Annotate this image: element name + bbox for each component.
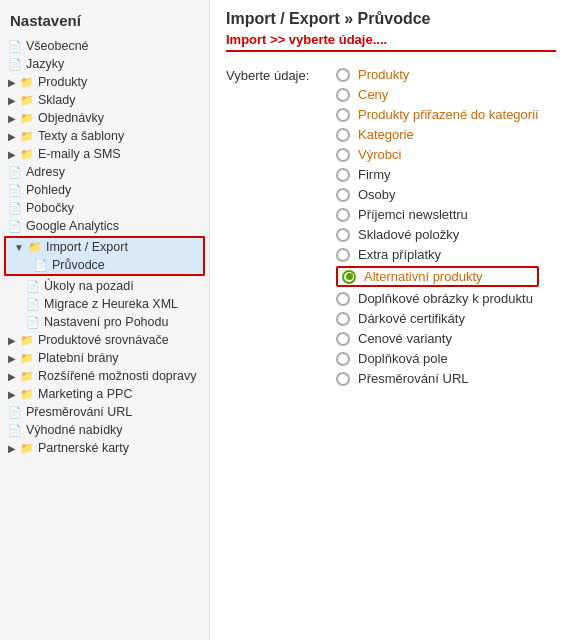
- sidebar-item-vseobecne[interactable]: 📄Všeobecné: [0, 37, 209, 55]
- sidebar-item-rozsirene-moznosti[interactable]: ▶📁Rozšířené možnosti dopravy: [0, 367, 209, 385]
- radio-circle: [336, 128, 350, 142]
- radio-circle: [336, 148, 350, 162]
- sidebar-item-objednavky[interactable]: ▶📁Objednávky: [0, 109, 209, 127]
- sidebar-item-presmerovani[interactable]: 📄Přesměrování URL: [0, 403, 209, 421]
- sidebar-item-pobocky[interactable]: 📄Pobočky: [0, 199, 209, 217]
- folder-icon: 📁: [20, 76, 34, 89]
- sidebar-item-ukoly[interactable]: 📄Úkoly na pozadí: [0, 277, 209, 295]
- sidebar-item-label: E-maily a SMS: [38, 147, 121, 161]
- page-icon: 📄: [8, 424, 22, 437]
- folder-icon: 📁: [20, 370, 34, 383]
- sidebar-item-label: Pohledy: [26, 183, 71, 197]
- sidebar-item-google-analytics[interactable]: 📄Google Analytics: [0, 217, 209, 235]
- expand-arrow-icon: ▶: [8, 335, 16, 346]
- radio-label: Přesměrování URL: [358, 371, 469, 386]
- radio-item-produkty[interactable]: Produkty: [336, 66, 539, 83]
- sidebar-item-vyhodne-nabidky[interactable]: 📄Výhodné nabídky: [0, 421, 209, 439]
- radio-item-vyrobci[interactable]: Výrobci: [336, 146, 539, 163]
- expand-arrow-icon: ▶: [8, 443, 16, 454]
- folder-icon: 📁: [20, 388, 34, 401]
- radio-label: Příjemci newslettru: [358, 207, 468, 222]
- sidebar-item-pohledy[interactable]: 📄Pohledy: [0, 181, 209, 199]
- sidebar-item-adresy[interactable]: 📄Adresy: [0, 163, 209, 181]
- radio-item-doplnkove-obrazky[interactable]: Doplňkové obrázky k produktu: [336, 290, 539, 307]
- radio-item-ceny[interactable]: Ceny: [336, 86, 539, 103]
- radio-item-osoby[interactable]: Osoby: [336, 186, 539, 203]
- radio-item-darkove-certifikaty[interactable]: Dárkové certifikáty: [336, 310, 539, 327]
- sidebar-item-label: Jazyky: [26, 57, 64, 71]
- sidebar-item-label: Výhodné nabídky: [26, 423, 123, 437]
- sidebar-item-import-export[interactable]: ▼📁Import / Export: [6, 238, 203, 256]
- sidebar-item-marketing-ppc[interactable]: ▶📁Marketing a PPC: [0, 385, 209, 403]
- radio-circle: [342, 270, 356, 284]
- sidebar-item-sklady[interactable]: ▶📁Sklady: [0, 91, 209, 109]
- page-icon: 📄: [8, 406, 22, 419]
- expand-arrow-icon: ▶: [8, 95, 16, 106]
- sidebar-item-jazyky[interactable]: 📄Jazyky: [0, 55, 209, 73]
- sidebar-item-produkty[interactable]: ▶📁Produkty: [0, 73, 209, 91]
- radio-label: Cenové varianty: [358, 331, 452, 346]
- radio-item-firmy[interactable]: Firmy: [336, 166, 539, 183]
- radio-item-presmerovani-url[interactable]: Přesměrování URL: [336, 370, 539, 387]
- radio-circle: [336, 372, 350, 386]
- radio-circle: [336, 68, 350, 82]
- sidebar-item-label: Úkoly na pozadí: [44, 279, 134, 293]
- radio-item-produkty-kategorie[interactable]: Produkty přiřazené do kategorií: [336, 106, 539, 123]
- sidebar-item-migrace[interactable]: 📄Migrace z Heureka XML: [0, 295, 209, 313]
- radio-label: Skladové položky: [358, 227, 459, 242]
- radio-label: Extra příplatky: [358, 247, 441, 262]
- radio-circle: [336, 248, 350, 262]
- sidebar-item-partnerske-karty[interactable]: ▶📁Partnerské karty: [0, 439, 209, 457]
- radio-circle: [336, 88, 350, 102]
- page-icon: 📄: [34, 259, 48, 272]
- radio-label: Kategorie: [358, 127, 414, 142]
- radio-circle: [336, 188, 350, 202]
- expand-arrow-icon: ▶: [8, 131, 16, 142]
- sidebar-item-label: Google Analytics: [26, 219, 119, 233]
- radio-circle: [336, 332, 350, 346]
- sidebar-item-label: Import / Export: [46, 240, 128, 254]
- sidebar-item-label: Partnerské karty: [38, 441, 129, 455]
- page-icon: 📄: [8, 58, 22, 71]
- sidebar-item-pruvodce[interactable]: 📄Průvodce: [6, 256, 203, 274]
- folder-icon: 📁: [20, 334, 34, 347]
- sidebar-item-label: Přesměrování URL: [26, 405, 132, 419]
- expand-arrow-icon: ▶: [8, 77, 16, 88]
- radio-item-doplnkova-pole[interactable]: Doplňková pole: [336, 350, 539, 367]
- radio-circle: [336, 312, 350, 326]
- radio-item-prijemci[interactable]: Příjemci newslettru: [336, 206, 539, 223]
- expand-arrow-icon: ▶: [8, 149, 16, 160]
- radio-item-kategorie[interactable]: Kategorie: [336, 126, 539, 143]
- radio-circle: [336, 292, 350, 306]
- folder-icon: 📁: [20, 148, 34, 161]
- folder-icon: 📁: [20, 94, 34, 107]
- sidebar: Nastavení 📄Všeobecné📄Jazyky▶📁Produkty▶📁S…: [0, 0, 210, 640]
- radio-label: Dárkové certifikáty: [358, 311, 465, 326]
- radio-label: Firmy: [358, 167, 391, 182]
- sidebar-item-label: Marketing a PPC: [38, 387, 132, 401]
- expand-arrow-icon: ▶: [8, 113, 16, 124]
- radio-circle: [336, 208, 350, 222]
- sidebar-item-label: Všeobecné: [26, 39, 89, 53]
- sidebar-item-produktove-srovnavace[interactable]: ▶📁Produktové srovnávače: [0, 331, 209, 349]
- sidebar-item-label: Migrace z Heureka XML: [44, 297, 178, 311]
- folder-icon: 📁: [20, 442, 34, 455]
- sidebar-item-label: Sklady: [38, 93, 76, 107]
- radio-item-alternativni-produkty[interactable]: Alternativní produkty: [336, 266, 539, 287]
- sidebar-item-texty-sablony[interactable]: ▶📁Texty a šablony: [0, 127, 209, 145]
- expand-arrow-icon: ▼: [14, 242, 24, 253]
- sidebar-item-label: Produktové srovnávače: [38, 333, 169, 347]
- form-label: Vyberte údaje:: [226, 66, 336, 83]
- sidebar-item-label: Nastavení pro Pohodu: [44, 315, 168, 329]
- radio-item-cenove-varianty[interactable]: Cenové varianty: [336, 330, 539, 347]
- sidebar-item-label: Adresy: [26, 165, 65, 179]
- folder-icon: 📁: [20, 112, 34, 125]
- expand-arrow-icon: ▶: [8, 371, 16, 382]
- sidebar-title: Nastavení: [0, 6, 209, 37]
- radio-item-skladove-polozky[interactable]: Skladové položky: [336, 226, 539, 243]
- sidebar-item-nastaveni-pohodu[interactable]: 📄Nastavení pro Pohodu: [0, 313, 209, 331]
- sidebar-item-emaily-sms[interactable]: ▶📁E-maily a SMS: [0, 145, 209, 163]
- radio-item-extra-priplatky[interactable]: Extra příplatky: [336, 246, 539, 263]
- radio-list: ProduktyCenyProdukty přiřazené do katego…: [336, 66, 539, 387]
- sidebar-item-platebni-brany[interactable]: ▶📁Platební brány: [0, 349, 209, 367]
